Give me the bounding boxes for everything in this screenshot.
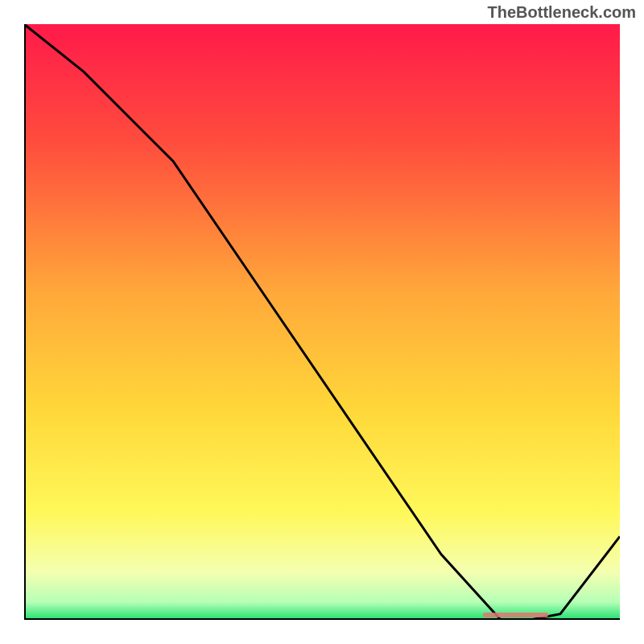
optimal-marker <box>483 613 548 617</box>
chart-background <box>24 24 620 620</box>
watermark-label: TheBottleneck.com <box>488 3 636 22</box>
bottleneck-chart <box>24 24 620 620</box>
